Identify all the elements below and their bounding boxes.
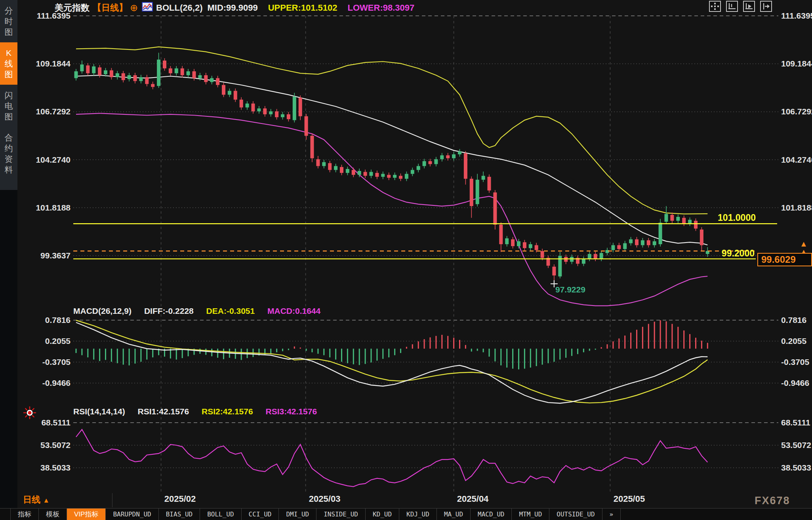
macd-header: MACD(26,12,9) DIFF:-0.2228 DEA:-0.3051 M…	[73, 306, 320, 316]
candle	[623, 243, 627, 249]
rsi1-value: RSI1:42.1576	[138, 407, 189, 416]
candle	[246, 104, 249, 108]
candle	[257, 108, 261, 111]
bollinger-bands	[76, 47, 707, 306]
candle	[676, 217, 680, 221]
bottom-tab-barupdn_ud[interactable]: BARUPDN_UD	[106, 509, 158, 520]
candle	[287, 114, 290, 119]
sidebar-item-char: 电	[0, 101, 17, 111]
bottom-tab-inside_ud[interactable]: INSIDE_UD	[316, 509, 366, 520]
candle	[128, 75, 131, 79]
axis-label: 0.2055	[16, 336, 71, 346]
boll-lower-value: LOWER:98.3097	[348, 3, 415, 13]
candle	[641, 240, 644, 245]
candle	[281, 114, 284, 117]
candle	[582, 259, 585, 264]
axis-label: 101.8188	[781, 203, 812, 213]
rsi-header: RSI(14,14,14) RSI1:42.1576 RSI2:42.1576 …	[73, 407, 317, 416]
sidebar-item-char: 约	[0, 143, 17, 154]
candle	[181, 68, 184, 75]
tab-spacer	[0, 509, 11, 520]
bottom-tab-vip-[interactable]: VIP指标	[67, 509, 106, 520]
bottom-tab--[interactable]: »	[602, 509, 621, 520]
candle	[617, 245, 621, 249]
sidebar-item-char: 图	[0, 69, 17, 80]
bottom-tab-mtm_ud[interactable]: MTM_UD	[512, 509, 549, 520]
axis-label: -0.9466	[16, 378, 71, 388]
date-axis-label: 2025/04	[445, 494, 501, 504]
axis-label: 104.2740	[16, 155, 71, 165]
candle	[464, 154, 467, 179]
candle	[169, 68, 172, 73]
candle	[423, 161, 426, 166]
candle	[80, 65, 84, 71]
candle	[222, 85, 225, 95]
candle	[263, 108, 267, 114]
crosshair-grid-icon[interactable]	[709, 1, 721, 12]
candle	[175, 68, 178, 73]
add-indicator-icon[interactable]: ⊕	[130, 2, 138, 13]
rsi2-value: RSI2:42.1576	[202, 407, 253, 416]
candle	[446, 155, 450, 158]
macd-macd-value: MACD:0.1644	[267, 306, 320, 315]
live-alert-icon	[23, 406, 36, 421]
axis-label: 99.3637	[16, 251, 71, 261]
candle	[340, 167, 343, 173]
bottom-tab-macd_ud[interactable]: MACD_UD	[471, 509, 512, 520]
candle	[381, 174, 385, 176]
bottom-tab--[interactable]: 模板	[39, 509, 67, 520]
sidebar-item-char: 资	[0, 154, 17, 164]
sidebar-item-tab-contract-info[interactable]: 合约资料	[0, 127, 17, 180]
candle	[305, 116, 308, 136]
pane-cursor-icon[interactable]	[743, 1, 755, 12]
candle	[505, 238, 509, 244]
candle	[98, 67, 101, 75]
candle	[529, 244, 532, 248]
candle	[86, 65, 90, 73]
macd-diff-line	[76, 323, 707, 403]
symbol-name: 美元指数	[55, 2, 90, 14]
candle	[458, 152, 461, 154]
bottom-tab-boll_ud[interactable]: BOLL_UD	[200, 509, 241, 520]
sidebar-item-tab-time-chart[interactable]: 分时图	[0, 0, 17, 42]
candle	[440, 155, 444, 159]
candle	[334, 166, 337, 170]
pane-layout-icon[interactable]	[726, 1, 738, 12]
sidebar-lower-panel	[0, 190, 17, 520]
hline-99-2-label: 99.2000	[722, 248, 755, 259]
bottom-tab-kd_ud[interactable]: KD_UD	[366, 509, 399, 520]
candle	[122, 73, 125, 80]
boll-params-label: BOLL(26,2)	[156, 3, 202, 13]
bottom-tab-ma_ud[interactable]: MA_UD	[437, 509, 471, 520]
candle	[216, 78, 219, 85]
candlesticks	[74, 53, 709, 284]
period-selector[interactable]: 日线 ▲	[23, 494, 50, 506]
date-axis-label: 2025/05	[601, 494, 657, 504]
candle	[405, 174, 408, 178]
bottom-tab-bias_ud[interactable]: BIAS_UD	[159, 509, 200, 520]
price-up-arrow-icon: ▲▲	[800, 241, 808, 254]
rsi-params-label: RSI(14,14,14)	[73, 407, 125, 416]
bottom-tab--[interactable]: 指标	[11, 509, 39, 520]
candle	[564, 257, 568, 262]
axis-label: 111.6395	[781, 11, 812, 21]
bottom-tab-cci_ud[interactable]: CCI_UD	[242, 509, 279, 520]
sidebar-item-char: 时	[0, 16, 17, 27]
axis-label: 38.5033	[16, 463, 71, 473]
candle	[163, 61, 166, 68]
chart-canvas[interactable]	[0, 0, 812, 520]
axis-label: 0.7816	[781, 315, 806, 325]
sidebar-item-tab-candle-chart[interactable]: K线图	[0, 42, 17, 85]
candle	[364, 172, 367, 176]
status-row-divider	[112, 493, 112, 507]
date-axis-label: 2025/02	[152, 494, 208, 504]
candle	[370, 172, 373, 176]
candle	[387, 175, 391, 178]
pane-collapse-icon[interactable]	[760, 1, 772, 12]
bottom-tab-kdj_ud[interactable]: KDJ_UD	[399, 509, 437, 520]
sidebar-item-tab-flash-chart[interactable]: 闪电图	[0, 85, 17, 127]
candle	[139, 77, 143, 81]
bottom-tab-outside_ud[interactable]: OUTSIDE_UD	[549, 509, 602, 520]
bottom-tab-dmi_ud[interactable]: DMI_UD	[279, 509, 316, 520]
mini-chart-icon[interactable]	[142, 2, 153, 14]
